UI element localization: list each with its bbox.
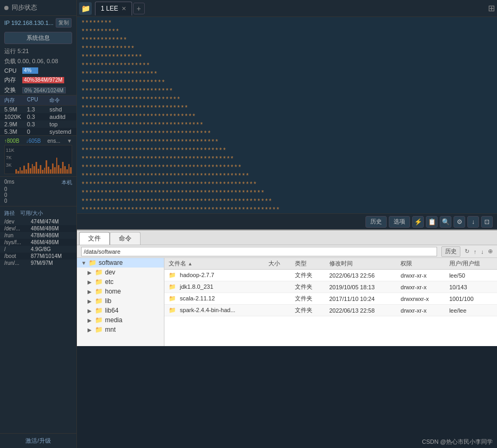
col-user[interactable]: 用户/用户组 bbox=[445, 258, 497, 270]
tab-close-button[interactable]: ✕ bbox=[121, 5, 126, 12]
tab-add-button[interactable]: + bbox=[133, 3, 145, 14]
net-iface: ens... bbox=[47, 138, 60, 144]
disk-size-5: 877M/1014M bbox=[31, 253, 68, 259]
file-row[interactable]: 📁 scala-2.11.12 文件夹 2017/11/10 10:24 drw… bbox=[164, 293, 497, 305]
bar bbox=[23, 166, 25, 174]
tree-item-media[interactable]: ▶ 📁 media bbox=[77, 315, 164, 325]
col-filename[interactable]: 文件名 ▲ bbox=[164, 258, 264, 270]
proc-cmd-1: auditd bbox=[49, 114, 72, 120]
terminal-line: ******** bbox=[81, 19, 493, 28]
settings-terminal-button[interactable]: ⚙ bbox=[454, 216, 465, 228]
process-row: 1020K 0.3 auditd bbox=[0, 113, 76, 120]
cpu-bar: 4% bbox=[22, 67, 38, 74]
tree-item-mnt[interactable]: ▶ 📁 mnt bbox=[77, 325, 164, 334]
proc-cpu-2: 0.3 bbox=[27, 121, 50, 127]
upgrade-button[interactable]: 激活/升级 bbox=[0, 433, 76, 448]
options-button[interactable]: 选项 bbox=[389, 216, 410, 228]
grid-view-icon[interactable]: ⊞ bbox=[488, 3, 495, 13]
download-file-icon[interactable]: ↓ bbox=[481, 248, 484, 255]
proc-cpu-0: 1.3 bbox=[27, 106, 50, 113]
bar bbox=[62, 162, 64, 174]
history-button[interactable]: 历史 bbox=[365, 216, 387, 228]
col-type[interactable]: 类型 bbox=[291, 258, 325, 270]
history-path-button[interactable]: 历史 bbox=[441, 246, 460, 257]
disk-size-6: 97M/97M bbox=[31, 260, 68, 266]
path-input[interactable] bbox=[81, 247, 437, 256]
col-size[interactable]: 大小 bbox=[264, 258, 291, 270]
tree-item-home[interactable]: ▶ 📁 home bbox=[77, 287, 164, 296]
terminal-line: ****************************************… bbox=[81, 189, 493, 197]
mem-label: 内存 bbox=[4, 76, 20, 84]
tree-label-software: software bbox=[99, 259, 123, 266]
file-type-3: 文件夹 bbox=[291, 305, 325, 316]
download-button[interactable]: ↓ bbox=[467, 216, 479, 228]
expand-icon: ▶ bbox=[88, 308, 93, 314]
proc-cpu-3: 0 bbox=[27, 128, 50, 135]
upload-icon[interactable]: ↑ bbox=[474, 248, 477, 255]
bar bbox=[30, 168, 31, 174]
file-row[interactable]: 📁 spark-2.4.4-bin-had... 文件夹 2022/06/13 … bbox=[164, 305, 497, 316]
new-folder-icon[interactable]: ⊕ bbox=[488, 248, 493, 255]
lat-0: 0 bbox=[4, 186, 7, 192]
lat-2: 0 bbox=[4, 198, 7, 204]
disk-path-3: /sys/f... bbox=[4, 239, 31, 245]
file-size-1 bbox=[264, 281, 291, 293]
proc-cmd-2: top bbox=[49, 121, 72, 127]
file-user-3: lee/lee bbox=[445, 305, 497, 316]
network-graph: 11K 7K 3K bbox=[4, 145, 72, 174]
refresh-icon[interactable]: ↻ bbox=[465, 248, 469, 255]
tree-item-etc[interactable]: ▶ 📁 etc bbox=[77, 277, 164, 287]
tab-command[interactable]: 命令 bbox=[110, 232, 141, 245]
terminal-line: **************** bbox=[81, 53, 493, 62]
file-row[interactable]: 📁 jdk1.8.0_231 文件夹 2019/10/05 18:13 drwx… bbox=[164, 281, 497, 293]
disk-row: /run/... 97M/97M bbox=[0, 260, 76, 266]
local-label: 本机 bbox=[62, 179, 72, 186]
bar bbox=[32, 164, 33, 174]
file-row[interactable]: 📁 hadoop-2.7.7 文件夹 2022/06/13 22:56 drwx… bbox=[164, 270, 497, 281]
disk-row: /dev/... 486M/486M bbox=[0, 225, 76, 232]
disk-size-3: 486M/486M bbox=[31, 239, 68, 245]
process-row: 5.9M 1.3 sshd bbox=[0, 106, 76, 113]
terminal-toolbar: 历史 选项 ⚡ 📋 🔍 ⚙ ↓ ⊡ bbox=[77, 213, 497, 229]
tree-label-dev: dev bbox=[105, 269, 115, 276]
expand-icon: ▶ bbox=[88, 317, 93, 323]
copy-button[interactable]: 复制 bbox=[56, 18, 72, 28]
tab-files[interactable]: 文件 bbox=[79, 232, 110, 245]
file-modified-3: 2022/06/13 22:58 bbox=[325, 305, 397, 316]
proc-mem-0: 5.9M bbox=[4, 106, 27, 113]
tree-item-lib[interactable]: ▶ 📁 lib bbox=[77, 296, 164, 306]
bar bbox=[46, 160, 47, 174]
lightning-button[interactable]: ⚡ bbox=[412, 216, 424, 228]
file-path-bar: 历史 ↻ ↑ ↓ ⊕ bbox=[77, 245, 497, 258]
terminal-line: ************** bbox=[81, 45, 493, 53]
folder-icon-file: 📁 bbox=[169, 307, 176, 313]
proc-cmd-3: systemd bbox=[49, 128, 72, 135]
col-perm[interactable]: 权限 bbox=[396, 258, 445, 270]
tree-label-home: home bbox=[105, 288, 121, 295]
file-type-0: 文件夹 bbox=[291, 270, 325, 281]
terminal-line: **************************************** bbox=[81, 155, 493, 163]
terminal-area[interactable]: ******** ********** ************ *******… bbox=[77, 17, 497, 213]
fullscreen-button[interactable]: ⊡ bbox=[481, 216, 493, 228]
expand-icon: ▼ bbox=[81, 260, 86, 266]
sys-info-button[interactable]: 系统信息 bbox=[4, 32, 72, 44]
tree-item-dev[interactable]: ▶ 📁 dev bbox=[77, 268, 164, 277]
tab-lee[interactable]: 1 LEE ✕ bbox=[95, 2, 132, 15]
proc-mem-2: 2.9M bbox=[4, 121, 27, 127]
copy-terminal-button[interactable]: 📋 bbox=[426, 216, 438, 228]
sort-arrow: ▲ bbox=[188, 261, 193, 266]
folder-icon-tree: 📁 bbox=[95, 278, 103, 286]
proc-cmd-0: sshd bbox=[49, 106, 72, 113]
tree-item-software[interactable]: ▼ 📁 software bbox=[77, 258, 164, 268]
folder-icon[interactable]: 📁 bbox=[79, 2, 92, 15]
col-modified[interactable]: 修改时间 bbox=[325, 258, 397, 270]
bar bbox=[50, 169, 51, 174]
folder-icon-tree: 📁 bbox=[95, 316, 103, 324]
expand-icon: ▶ bbox=[88, 289, 93, 295]
search-terminal-button[interactable]: 🔍 bbox=[440, 216, 451, 228]
tree-item-lib64[interactable]: ▶ 📁 lib64 bbox=[77, 306, 164, 315]
file-user-2: 1001/100 bbox=[445, 293, 497, 305]
folder-icon-tree: 📁 bbox=[95, 307, 103, 314]
terminal-line: ************************************ bbox=[81, 138, 493, 147]
mem-bar: 40%384M/972M bbox=[22, 77, 64, 83]
